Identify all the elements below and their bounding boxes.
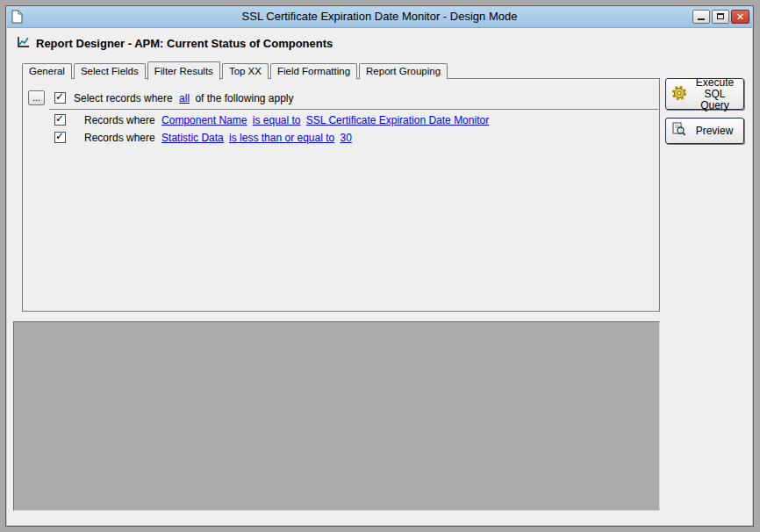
rule-prefix: Records where <box>84 132 155 144</box>
checkmark-icon: ✓ <box>55 112 64 125</box>
minimize-icon <box>698 18 705 20</box>
execute-label-line2: SQL Query <box>700 88 729 111</box>
filter-header-separator <box>49 109 658 110</box>
tab-field-formatting[interactable]: Field Formatting <box>270 63 357 79</box>
window-title: SSL Certificate Expiration Date Monitor … <box>7 10 752 23</box>
preview-label: Preview <box>691 125 738 137</box>
minimize-button[interactable] <box>692 10 710 24</box>
rule-1-value-link[interactable]: SSL Certificate Expiration Date Monitor <box>306 114 489 126</box>
tab-general[interactable]: General <box>22 63 72 79</box>
execute-sql-query-button[interactable]: Execute SQL Query <box>665 78 744 110</box>
app-window: SSL Certificate Expiration Date Monitor … <box>5 5 754 527</box>
window-controls: ✕ <box>692 10 749 24</box>
report-preview-area <box>13 321 660 511</box>
more-options-button[interactable]: ... <box>28 90 45 105</box>
execute-label-line1: Execute <box>696 76 734 89</box>
rule-2-checkbox[interactable]: ✓ <box>54 132 66 143</box>
rule-prefix: Records where <box>84 114 155 126</box>
rule-1-operator-link[interactable]: is equal to <box>253 114 301 126</box>
filter-rule: Records where Statistic Data is less tha… <box>84 132 352 144</box>
filter-header-text: Select records where all of the followin… <box>74 92 295 104</box>
checkmark-icon: ✓ <box>55 130 64 142</box>
tab-filter-results[interactable]: Filter Results <box>147 61 220 80</box>
filter-results-panel: ... ✓ Select records where all of the fo… <box>22 78 660 312</box>
maximize-button[interactable] <box>712 10 729 24</box>
rule-1-field-link[interactable]: Component Name <box>161 114 247 126</box>
filter-header-suffix: of the following apply <box>195 92 293 104</box>
gear-icon <box>671 85 687 104</box>
document-icon <box>11 10 24 24</box>
rule-2-field-link[interactable]: Statistic Data <box>161 132 224 144</box>
titlebar: SSL Certificate Expiration Date Monitor … <box>7 7 752 28</box>
execute-sql-query-label: Execute SQL Query <box>692 77 738 111</box>
tab-top-xx[interactable]: Top XX <box>222 63 269 79</box>
maximize-icon <box>717 13 724 19</box>
tab-select-fields[interactable]: Select Fields <box>74 63 146 79</box>
filter-mode-link[interactable]: all <box>179 92 190 104</box>
page-title: Report Designer - APM: Current Status of… <box>36 37 333 50</box>
checkmark-icon: ✓ <box>55 90 64 103</box>
preview-button[interactable]: Preview <box>665 118 744 144</box>
preview-magnifier-icon <box>671 122 686 140</box>
chart-icon <box>17 35 31 52</box>
filter-header-checkbox[interactable]: ✓ <box>54 92 66 104</box>
close-button[interactable]: ✕ <box>731 10 749 24</box>
rule-2-value-link[interactable]: 30 <box>341 132 352 144</box>
close-icon: ✕ <box>736 11 744 22</box>
filter-header-prefix: Select records where <box>74 92 173 104</box>
designer-header: Report Designer - APM: Current Status of… <box>17 35 333 52</box>
tab-report-grouping[interactable]: Report Grouping <box>359 63 448 79</box>
rule-2-operator-link[interactable]: is less than or equal to <box>229 132 334 144</box>
tabstrip: General Select Fields Filter Results Top… <box>22 61 449 79</box>
filter-rule: Records where Component Name is equal to… <box>84 114 489 126</box>
rule-1-checkbox[interactable]: ✓ <box>54 114 66 126</box>
